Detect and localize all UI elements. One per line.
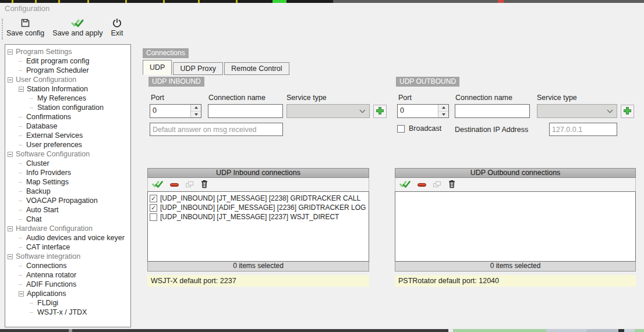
inbound-port-value: 0 [150,105,190,117]
tree-connector [19,182,22,183]
outbound-port-down-button[interactable] [438,111,448,118]
udp-inbound-section-label: UDP INBOUND [148,77,204,87]
tree-item-audio-devices-and-voice-keyer[interactable]: Audio devices and voice keyer [5,233,130,242]
tree-item-fldigi[interactable]: FLDigi [5,298,130,308]
destination-ip-input[interactable] [549,123,617,136]
green-plus-icon [376,106,384,117]
background-window-top-sliver [0,0,644,3]
outbound-port-up-button[interactable] [438,105,448,111]
pstrotator-default-port-note: PSTRotator default port: 12040 [395,275,636,287]
tree-item-cluster[interactable]: Cluster [5,159,130,168]
collapse-minus-icon[interactable] [8,226,13,231]
collapse-minus-icon[interactable] [8,77,13,83]
inbound-service-type-select[interactable] [286,104,370,118]
tree-item-backup[interactable]: Backup [5,187,130,196]
connection-list-item[interactable]: ✓[UDP_INBOUND] [ADIF_MESSAGE] [2236] GRI… [148,203,369,212]
tree-item-hardware-configuration[interactable]: Hardware Configuration [5,224,130,233]
tree-item-map-settings[interactable]: Map Settings [5,177,130,187]
udp-inbound-connections-panel: UDP Inbound connections ✓[UDP_INBOUND] [… [147,168,369,272]
collapse-minus-icon[interactable] [19,87,24,92]
tree-item-program-settings[interactable]: Program Settings [5,47,130,56]
tree-item-database[interactable]: Database [5,122,130,131]
tree-item-station-configuration[interactable]: Station configuration [5,103,130,112]
tree-item-connections[interactable]: Connections [5,261,130,270]
tree-item-label: Database [26,122,58,131]
tab-remote-control[interactable]: Remote Control [224,62,289,75]
collapse-minus-icon[interactable] [19,291,24,297]
connection-list-item[interactable]: ✓[UDP_INBOUND] [JT_MESSAGE] [2238] GRIDT… [148,194,369,203]
tree-item-user-preferences[interactable]: User preferences [5,140,130,149]
broadcast-checkbox-group[interactable]: Broadcast [397,124,441,133]
tree-item-antenna-rotator[interactable]: Antenna rotator [5,270,130,280]
checked-checkbox[interactable]: ✓ [150,204,157,212]
tree-item-label: Connections [26,261,67,270]
tree-item-my-references[interactable]: My References [5,94,130,103]
unchecked-checkbox[interactable] [150,213,157,221]
tree-connector [19,210,22,210]
tree-item-info-providers[interactable]: Info Providers [5,168,130,177]
tree-connector [19,275,22,276]
tree-item-voacap-propagation[interactable]: VOACAP Propagation [5,196,130,205]
red-minus-icon[interactable] [170,183,179,187]
green-double-check-icon[interactable] [399,180,411,190]
tree-item-user-configuration[interactable]: User Configuration [5,75,130,84]
red-minus-icon[interactable] [417,183,426,187]
tree-item-external-services[interactable]: External Services [5,131,130,140]
tree-item-label: CAT interface [26,242,70,252]
inbound-port-up-button[interactable] [191,105,201,111]
connection-tabs: UDPUDP ProxyRemote Control [143,60,291,75]
tree-item-station-information[interactable]: Station Information [5,84,130,94]
inbound-port-down-button[interactable] [191,111,201,118]
inbound-connection-name-input[interactable] [208,104,283,118]
green-double-check-icon[interactable] [152,180,163,190]
trash-icon[interactable] [201,180,208,190]
save-and-apply-button[interactable]: Save and apply [51,16,104,38]
tree-item-wsjt-x-jtdx[interactable]: WSJT-x / JTDX [5,308,130,317]
tab-udp[interactable]: UDP [143,60,172,75]
inbound-connections-list[interactable]: ✓[UDP_INBOUND] [JT_MESSAGE] [2238] GRIDT… [147,191,369,262]
tree-item-label: Audio devices and voice keyer [26,233,125,242]
tree-item-auto-start[interactable]: Auto Start [5,205,130,215]
outbound-port-spinner[interactable]: 0 [397,104,449,118]
tree-item-chat[interactable]: Chat [5,215,130,224]
outbound-connection-name-input[interactable] [455,104,530,118]
tree-connector [19,238,22,238]
exit-label: Exit [111,29,123,37]
broadcast-checkbox[interactable] [397,125,405,133]
tree-item-label: Program Settings [16,47,72,56]
trash-icon[interactable] [448,180,455,190]
tree-item-adif-functions[interactable]: ADIF Functions [5,280,130,289]
outbound-service-type-select[interactable] [537,104,617,118]
inbound-add-connection-button[interactable] [373,105,387,118]
tab-udp-proxy[interactable]: UDP Proxy [173,62,223,75]
outbound-connections-list[interactable] [395,191,636,262]
copy-icon[interactable] [186,181,194,188]
tree-connector [19,163,22,164]
connection-list-item[interactable]: [UDP_INBOUND] [JT_MESSAGE] [2237] WSJT_D… [148,212,369,222]
power-icon [112,17,122,28]
tree-item-software-integration[interactable]: Software integration [5,252,130,261]
checked-checkbox[interactable]: ✓ [150,195,157,202]
exit-button[interactable]: Exit [109,16,125,38]
toolbar-grip-handle[interactable] [2,19,4,40]
save-config-label: Save config [6,29,44,37]
tree-item-program-scheduler[interactable]: Program Scheduler [5,66,130,75]
tree-item-label: Hardware Configuration [16,224,93,233]
collapse-minus-icon[interactable] [8,152,13,157]
tree-item-label: Applications [27,289,66,298]
outbound-list-status: 0 items selected [395,262,636,272]
outbound-add-connection-button[interactable] [621,105,634,118]
copy-icon[interactable] [433,181,441,188]
inbound-port-spinner[interactable]: 0 [150,104,201,118]
tree-connector [19,266,22,266]
tree-item-confirmations[interactable]: Confirmations [5,112,130,122]
green-plus-icon [623,106,632,117]
tree-item-edit-program-config[interactable]: Edit program config [5,56,130,66]
tree-item-software-configuration[interactable]: Software Configuration [5,149,130,159]
collapse-minus-icon[interactable] [8,49,13,55]
tree-item-applications[interactable]: Applications [5,289,130,298]
inbound-default-answer-input[interactable] [150,123,283,136]
save-config-button[interactable]: Save config [5,16,46,38]
collapse-minus-icon[interactable] [8,254,13,259]
tree-item-cat-interface[interactable]: CAT interface [5,242,130,252]
